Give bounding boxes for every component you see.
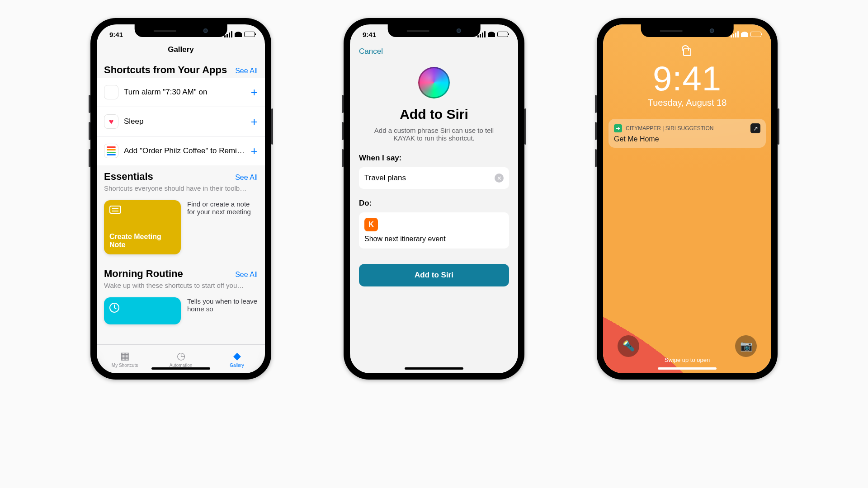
phrase-input[interactable]: Travel plans ✕ (359, 167, 509, 189)
do-label: Do: (359, 199, 509, 208)
see-all-essentials[interactable]: See All (235, 174, 258, 182)
tile-create-meeting-note[interactable]: Create Meeting Note (104, 200, 181, 254)
when-i-say-label: When I say: (359, 154, 509, 163)
add-shortcut-button[interactable]: + (251, 116, 258, 127)
section-title-essentials: Essentials (104, 171, 153, 183)
page-subtitle: Add a custom phrase Siri can use to tell… (350, 122, 518, 142)
phone-add-to-siri: 9:41 Cancel Add to Siri Add a custom phr… (344, 18, 524, 380)
phone-lock-screen: . 9:41 Tuesday, August 18 ➜ CITYMAPPER |… (597, 18, 778, 380)
device-notch (135, 24, 227, 37)
nav-title: Gallery (97, 44, 265, 59)
shortcut-label: Add "Order Philz Coffee" to Remin… (124, 146, 245, 155)
tab-gallery[interactable]: ◆ Gallery (209, 345, 265, 373)
clock-app-icon (104, 85, 118, 99)
add-shortcut-button[interactable]: + (251, 145, 258, 157)
battery-icon (244, 32, 255, 37)
camera-button[interactable]: 📷 (735, 335, 757, 357)
wifi-icon (235, 32, 242, 37)
gallery-icon: ◆ (233, 350, 241, 362)
section-subtitle-essentials: Shortcuts everyone should have in their … (97, 184, 265, 197)
tile-description: Tells you when to leave home so (187, 297, 258, 324)
automation-icon: ◷ (177, 350, 185, 362)
home-indicator[interactable] (405, 367, 463, 370)
flashlight-button[interactable]: 🔦 (618, 335, 639, 357)
section-title-morning-routine: Morning Routine (104, 268, 183, 280)
section-subtitle-morning: Wake up with these shortcuts to start of… (97, 282, 265, 294)
status-time: 9:41 (109, 31, 123, 38)
device-notch (388, 24, 481, 37)
tile-title: Create Meeting Note (109, 233, 175, 249)
add-shortcut-button[interactable]: + (251, 86, 258, 98)
citymapper-app-icon: ➜ (614, 124, 622, 132)
swipe-up-hint: Swipe up to open (603, 357, 771, 363)
cancel-button[interactable]: Cancel (359, 47, 383, 56)
battery-icon (750, 32, 761, 37)
siri-icon (418, 67, 450, 99)
lock-open-icon (603, 46, 771, 59)
open-suggestion-icon[interactable]: ↗ (750, 123, 760, 133)
essentials-cards: Create Meeting Note Find or create a not… (97, 197, 265, 263)
tab-label: My Shortcuts (112, 363, 138, 368)
shortcut-label: Turn alarm "7:30 AM" on (124, 88, 245, 97)
home-indicator[interactable] (658, 367, 717, 370)
siri-suggestion-notification[interactable]: ➜ CITYMAPPER | SIRI SUGGESTION ↗ Get Me … (609, 119, 766, 148)
tab-my-shortcuts[interactable]: ▦ My Shortcuts (97, 345, 153, 373)
list-item[interactable]: Add "Order Philz Coffee" to Remin… + (97, 136, 265, 165)
list-item[interactable]: Turn alarm "7:30 AM" on + (97, 78, 265, 107)
battery-icon (497, 32, 508, 37)
wifi-icon (741, 32, 748, 37)
notification-title: Get Me Home (614, 135, 760, 143)
see-all-from-apps[interactable]: See All (235, 67, 258, 75)
do-action-card: K Show next itinerary event (359, 212, 509, 249)
shortcut-suggestion-list: Turn alarm "7:30 AM" on + ♥ Sleep + Add … (97, 78, 265, 165)
phone-shortcuts-gallery: 9:41 Gallery Shortcuts from Your Apps Se… (90, 18, 271, 380)
page-title: Add to Siri (350, 107, 518, 122)
wifi-icon (488, 32, 495, 37)
clear-text-icon[interactable]: ✕ (495, 174, 504, 183)
status-time: 9:41 (363, 31, 376, 38)
phrase-value: Travel plans (364, 174, 406, 183)
grid-icon: ▦ (120, 350, 130, 362)
reminders-app-icon (104, 144, 118, 158)
lock-screen-quick-actions: 🔦 📷 (603, 335, 771, 357)
shortcut-label: Sleep (124, 117, 245, 126)
lock-screen-time: 9:41 (603, 61, 771, 96)
see-all-morning-routine[interactable]: See All (235, 271, 258, 279)
health-heart-icon: ♥ (104, 114, 118, 129)
morning-routine-cards: Tells you when to leave home so (97, 294, 265, 333)
notification-source: CITYMAPPER | SIRI SUGGESTION (626, 125, 713, 131)
tile-description: Find or create a note for your next meet… (187, 200, 258, 254)
home-indicator[interactable] (151, 367, 210, 370)
section-title-from-apps: Shortcuts from Your Apps (104, 64, 227, 76)
list-item[interactable]: ♥ Sleep + (97, 107, 265, 136)
tab-label: Gallery (230, 363, 244, 368)
clock-icon (109, 303, 119, 313)
do-action-label: Show next itinerary event (364, 235, 504, 243)
keyboard-icon (109, 206, 121, 214)
add-to-siri-button[interactable]: Add to Siri (359, 264, 509, 286)
kayak-app-icon: K (364, 218, 378, 231)
device-notch (641, 24, 734, 37)
tile-leave-home[interactable] (104, 297, 181, 324)
lock-screen-date: Tuesday, August 18 (603, 98, 771, 108)
